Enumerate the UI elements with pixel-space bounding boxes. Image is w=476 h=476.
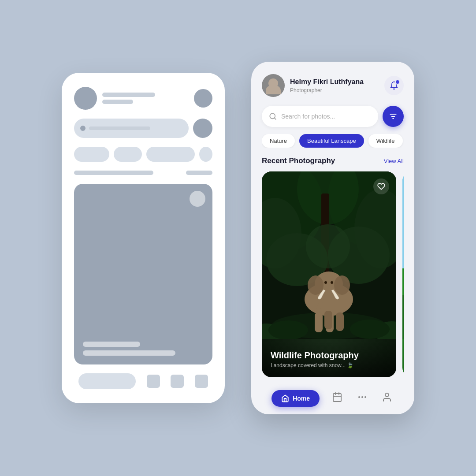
- rp-cards-row: Wildlife Photography Landscape covered w…: [262, 171, 404, 377]
- wf-card-placeholder: [74, 184, 212, 364]
- section-title: Recent Photography: [262, 156, 335, 165]
- scene: Helmy Fikri Luthfyana Photographer Searc…: [0, 0, 476, 476]
- nav-home-button[interactable]: Home: [271, 390, 320, 407]
- calendar-icon: [332, 392, 342, 402]
- wf-header: [74, 87, 212, 110]
- search-placeholder: Search for photos...: [281, 113, 335, 120]
- rp-chips-row: Nature Beautiful Lanscape Wildlife Creat…: [262, 134, 404, 148]
- wf-card-title-bar: [83, 342, 140, 347]
- nav-home-label: Home: [293, 395, 310, 402]
- wf-search-text-bar: [89, 126, 150, 130]
- card-background-forest: Wildlife Photography Landscape covered w…: [262, 171, 396, 377]
- card-title: Wildlife Photography: [271, 350, 387, 361]
- svg-point-44: [358, 396, 360, 398]
- wf-avatar-row: [74, 87, 155, 110]
- card-background-tropical: [402, 171, 404, 377]
- svg-point-45: [361, 396, 363, 398]
- svg-rect-32: [402, 295, 404, 339]
- rp-section-header: Recent Photography View All: [262, 156, 404, 165]
- chip-beautiful-lanscape[interactable]: Beautiful Lanscape: [299, 134, 364, 148]
- filter-button[interactable]: [383, 106, 404, 127]
- user-name: Helmy Fikri Luthfyana: [290, 78, 364, 86]
- nav-calendar-button[interactable]: [330, 390, 344, 407]
- rp-user-info: Helmy Fikri Luthfyana Photographer: [290, 78, 364, 93]
- wf-section-title-bar: [74, 171, 153, 175]
- wf-role-bar: [102, 100, 133, 104]
- wf-card-bottom: [83, 342, 204, 356]
- svg-point-14: [306, 224, 350, 268]
- card-text-overlay: Wildlife Photography Landscape covered w…: [262, 342, 396, 377]
- wf-chip-3: [146, 147, 195, 162]
- svg-rect-24: [336, 312, 344, 331]
- card-subtitle: Landscape covered with snow... 🍃: [271, 362, 387, 368]
- svg-point-18: [308, 275, 324, 295]
- wf-search-row: [74, 119, 212, 138]
- home-icon: [281, 394, 289, 402]
- svg-point-28: [268, 320, 308, 339]
- wf-chip-2: [114, 147, 142, 162]
- wf-nav-dots-icon: [171, 375, 184, 388]
- wf-search-bar-placeholder: [74, 119, 189, 138]
- svg-rect-22: [315, 312, 323, 332]
- tropical-scene-svg: [402, 171, 404, 339]
- filter-icon: [389, 112, 398, 121]
- wf-bottom-nav: [74, 373, 212, 389]
- wf-name-block: [102, 93, 155, 104]
- wf-name-bar: [102, 93, 155, 97]
- forest-scene-svg: [262, 171, 396, 339]
- wf-section-link-bar: [186, 171, 212, 175]
- rp-search-row: Search for photos...: [262, 106, 404, 127]
- real-phone: Helmy Fikri Luthfyana Photographer Searc…: [251, 62, 414, 414]
- photo-card-2[interactable]: [402, 171, 404, 377]
- wf-nav-home-pill: [78, 373, 136, 389]
- wf-section-header: [74, 171, 212, 175]
- wf-nav-calendar-icon: [147, 375, 160, 388]
- svg-point-47: [385, 393, 389, 397]
- nav-profile-button[interactable]: [380, 390, 394, 407]
- avatar-image: [262, 74, 285, 97]
- search-bar[interactable]: Search for photos...: [262, 106, 378, 127]
- wireframe-phone: [62, 73, 225, 403]
- svg-rect-25: [324, 311, 332, 329]
- svg-line-1: [274, 118, 275, 119]
- view-all-button[interactable]: View All: [384, 158, 404, 164]
- wf-nav-profile-icon: [195, 375, 208, 388]
- svg-point-29: [350, 320, 390, 339]
- wf-card-heart-placeholder: [190, 191, 205, 207]
- svg-rect-40: [333, 394, 341, 402]
- user-role: Photographer: [290, 87, 364, 93]
- wf-filter-placeholder: [193, 119, 212, 138]
- svg-point-46: [364, 396, 366, 398]
- bell-icon: [390, 81, 398, 90]
- svg-point-19: [334, 275, 350, 295]
- wf-chip-4: [199, 147, 212, 162]
- dots-icon: [357, 392, 368, 402]
- profile-icon: [382, 392, 392, 402]
- notification-bell-button[interactable]: [384, 76, 404, 95]
- chip-wildlife[interactable]: Wildlife: [368, 134, 403, 148]
- svg-point-21: [331, 281, 333, 284]
- rp-user: Helmy Fikri Luthfyana Photographer: [262, 74, 364, 97]
- rp-bottom-nav: Home: [262, 383, 404, 414]
- heart-button[interactable]: [373, 178, 389, 194]
- avatar: [262, 74, 285, 97]
- search-icon: [269, 112, 277, 120]
- wf-card-subtitle-bar: [83, 350, 175, 356]
- nav-menu-button[interactable]: [355, 390, 369, 407]
- svg-point-20: [324, 281, 327, 284]
- wf-search-dot: [80, 126, 86, 131]
- wf-chips-row: [74, 147, 212, 162]
- photo-card-1[interactable]: Wildlife Photography Landscape covered w…: [262, 171, 396, 377]
- chip-nature[interactable]: Nature: [262, 134, 295, 148]
- rp-header: Helmy Fikri Luthfyana Photographer: [262, 74, 404, 97]
- wf-bell-placeholder: [194, 89, 212, 108]
- heart-icon: [377, 182, 385, 190]
- wf-avatar-placeholder: [74, 87, 97, 110]
- wf-chip-1: [74, 147, 109, 162]
